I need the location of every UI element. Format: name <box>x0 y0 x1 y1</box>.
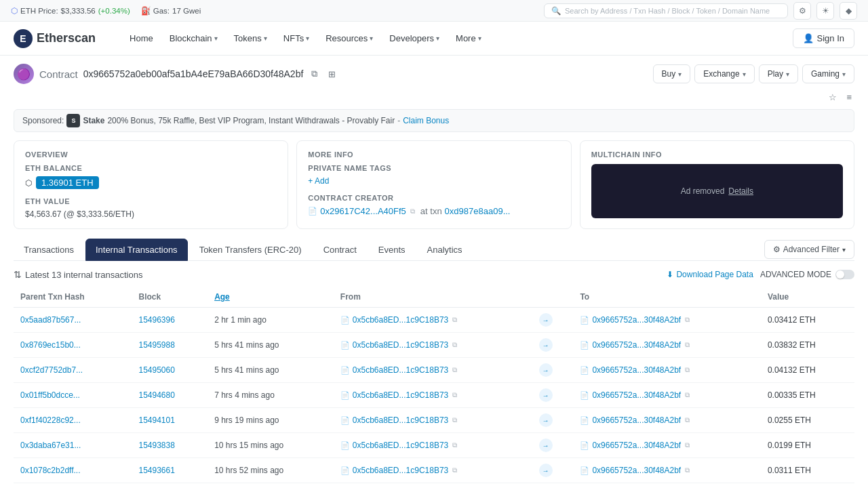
gaming-button[interactable]: Gaming ▾ <box>802 64 854 83</box>
more-info-title: More Info <box>308 150 559 159</box>
txn-hash-link-4[interactable]: 0xf1f40228c92... <box>20 415 81 425</box>
col-to: To <box>573 287 761 308</box>
gas-value: 17 Gwei <box>172 7 201 15</box>
from-link-6[interactable]: 0x5cb6a8ED...1c9C18B73 <box>353 466 448 475</box>
cell-from-2: 📄 0x5cb6a8ED...1c9C18B73 ⧉ <box>334 358 532 383</box>
tab-events[interactable]: Events <box>368 239 416 261</box>
creator-address-link[interactable]: 0x29617C42...A40Ff5 <box>320 206 406 216</box>
copy-to-icon-0[interactable]: ⧉ <box>685 316 690 324</box>
settings-icon-btn[interactable]: ⚙ <box>793 2 811 20</box>
search-bar[interactable]: 🔍 Search by Address / Txn Hash / Block /… <box>544 3 788 18</box>
user-icon: 👤 <box>803 33 814 43</box>
copy-from-icon-4[interactable]: ⧉ <box>452 416 457 424</box>
to-link-4[interactable]: 0x9665752a...30f48A2bf <box>592 415 681 425</box>
advanced-mode-toggle[interactable] <box>835 270 854 279</box>
from-link-2[interactable]: 0x5cb6a8ED...1c9C18B73 <box>353 365 448 375</box>
from-doc-icon-0: 📄 <box>340 316 350 325</box>
block-link-5[interactable]: 15493838 <box>138 441 174 450</box>
txn-hash-link-1[interactable]: 0x8769ec15b0... <box>20 340 81 350</box>
table-row: 0xf1f40228c92... 15494101 9 hrs 19 mins … <box>14 408 854 433</box>
nav-developers[interactable]: Developers ▾ <box>382 29 446 47</box>
copy-to-icon-1[interactable]: ⧉ <box>685 341 690 349</box>
nav-home[interactable]: Home <box>123 29 160 47</box>
creator-txn-link[interactable]: 0xd987e8aa09... <box>445 206 511 216</box>
from-link-4[interactable]: 0x5cb6a8ED...1c9C18B73 <box>353 415 448 425</box>
txn-hash-link-3[interactable]: 0x01ff5b0dcce... <box>20 390 80 400</box>
cell-hash-5: 0x3daba67e31... <box>14 433 132 458</box>
copy-from-icon-6[interactable]: ⧉ <box>452 466 457 474</box>
play-button[interactable]: Play ▾ <box>759 64 798 83</box>
copy-from-icon-3[interactable]: ⧉ <box>452 391 457 399</box>
to-link-3[interactable]: 0x9665752a...30f48A2bf <box>592 390 681 400</box>
more-chevron-icon: ▾ <box>478 35 481 42</box>
from-link-1[interactable]: 0x5cb6a8ED...1c9C18B73 <box>353 340 448 350</box>
nav-blockchain[interactable]: Blockchain ▾ <box>163 29 224 47</box>
cell-to-5: 📄 0x9665752a...30f48A2bf ⧉ <box>573 433 761 458</box>
txn-hash-link-6[interactable]: 0x1078c2b2dff... <box>20 466 81 475</box>
from-link-0[interactable]: 0x5cb6a8ED...1c9C18B73 <box>353 315 448 325</box>
qr-address-button[interactable]: ⊞ <box>326 68 338 81</box>
copy-creator-icon[interactable]: ⧉ <box>410 207 415 216</box>
copy-from-icon-5[interactable]: ⧉ <box>452 441 457 449</box>
to-link-0[interactable]: 0x9665752a...30f48A2bf <box>592 315 681 325</box>
ad-details-link[interactable]: Details <box>728 186 753 196</box>
wallet-icon-btn[interactable]: ◆ <box>840 2 857 20</box>
from-link-5[interactable]: 0x5cb6a8ED...1c9C18B73 <box>353 441 448 450</box>
cell-block-5: 15493838 <box>132 433 208 458</box>
cell-block-1: 15495988 <box>132 333 208 358</box>
add-tag-button[interactable]: + Add <box>308 176 329 186</box>
nav-resources[interactable]: Resources ▾ <box>319 29 380 47</box>
cell-from-0: 📄 0x5cb6a8ED...1c9C18B73 ⧉ <box>334 308 532 333</box>
copy-from-icon-1[interactable]: ⧉ <box>452 341 457 349</box>
txn-hash-link-2[interactable]: 0xcf2d7752db7... <box>20 365 83 375</box>
tab-contract[interactable]: Contract <box>313 239 367 261</box>
block-link-6[interactable]: 15493661 <box>138 466 174 475</box>
copy-from-icon-0[interactable]: ⧉ <box>452 316 457 324</box>
block-link-1[interactable]: 15495988 <box>138 340 174 350</box>
advanced-filter-button[interactable]: ⚙ Advanced Filter ▾ <box>764 240 854 259</box>
transactions-table: Parent Txn Hash Block Age From To Value <box>14 287 854 483</box>
copy-to-icon-3[interactable]: ⧉ <box>685 391 690 399</box>
block-link-3[interactable]: 15494680 <box>138 390 174 400</box>
buy-button[interactable]: Buy ▾ <box>653 64 691 83</box>
logo[interactable]: E Etherscan <box>14 29 96 48</box>
txn-hash-link-0[interactable]: 0x5aad87b567... <box>20 315 81 325</box>
overview-title: Overview <box>25 150 277 159</box>
copy-to-icon-6[interactable]: ⧉ <box>685 466 690 474</box>
bookmark-button[interactable]: ☆ <box>826 91 840 104</box>
eth-balance-label: ETH BALANCE <box>25 164 277 172</box>
sign-in-button[interactable]: 👤 Sign In <box>793 28 854 48</box>
tab-token-transfers[interactable]: Token Transfers (ERC-20) <box>189 239 312 261</box>
copy-to-icon-2[interactable]: ⧉ <box>685 366 690 374</box>
exchange-button[interactable]: Exchange ▾ <box>694 64 754 83</box>
block-link-2[interactable]: 15495060 <box>138 365 174 375</box>
cell-to-6: 📄 0x9665752a...30f48A2bf ⧉ <box>573 458 761 483</box>
nav-more[interactable]: More ▾ <box>449 29 488 47</box>
block-link-0[interactable]: 15496396 <box>138 315 174 325</box>
copy-to-icon-5[interactable]: ⧉ <box>685 441 690 449</box>
to-link-2[interactable]: 0x9665752a...30f48A2bf <box>592 365 681 375</box>
tab-internal-transactions[interactable]: Internal Transactions <box>85 239 188 261</box>
theme-icon-btn[interactable]: ☀ <box>816 2 834 20</box>
copy-address-button[interactable]: ⧉ <box>309 67 320 81</box>
copy-to-icon-4[interactable]: ⧉ <box>685 416 690 424</box>
from-link-3[interactable]: 0x5cb6a8ED...1c9C18B73 <box>353 390 448 400</box>
copy-from-icon-2[interactable]: ⧉ <box>452 366 457 374</box>
claim-bonus-link[interactable]: Claim Bonus <box>403 116 449 125</box>
nav-nfts[interactable]: NFTs ▾ <box>277 29 316 47</box>
exchange-chevron-icon: ▾ <box>743 70 746 78</box>
tab-analytics[interactable]: Analytics <box>417 239 473 261</box>
to-doc-icon-6: 📄 <box>580 466 589 475</box>
nav-tokens[interactable]: Tokens ▾ <box>227 29 274 47</box>
col-block: Block <box>132 287 208 308</box>
download-button[interactable]: ⬇ Download Page Data <box>667 270 753 279</box>
block-link-4[interactable]: 15494101 <box>138 415 174 425</box>
txn-hash-link-5[interactable]: 0x3daba67e31... <box>20 441 81 450</box>
tab-transactions[interactable]: Transactions <box>14 239 84 261</box>
to-link-6[interactable]: 0x9665752a...30f48A2bf <box>592 466 681 475</box>
to-link-5[interactable]: 0x9665752a...30f48A2bf <box>592 441 681 450</box>
list-view-button[interactable]: ≡ <box>844 91 854 104</box>
sponsored-label: Sponsored: <box>22 116 64 125</box>
cell-value-1: 0.03832 ETH <box>761 333 854 358</box>
to-link-1[interactable]: 0x9665752a...30f48A2bf <box>592 340 681 350</box>
